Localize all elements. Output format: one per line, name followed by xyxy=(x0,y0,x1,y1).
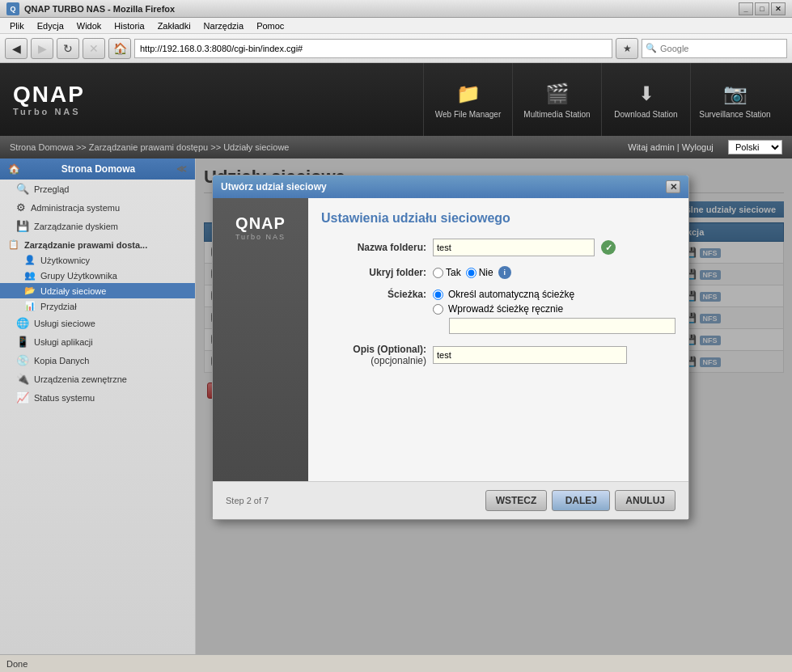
sidebar-item-przeglad[interactable]: 🔍 Przegląd xyxy=(0,180,195,198)
path-label: Ścieżka: xyxy=(321,289,426,300)
path-auto-label: Określ automatyczną ścieżkę xyxy=(448,289,574,300)
bookmarks-button[interactable]: ★ xyxy=(616,38,638,59)
status-text: Done xyxy=(6,659,28,669)
zarzadzanie-label: Zarządzanie prawami dosta... xyxy=(24,240,147,250)
menu-narzedzia[interactable]: Narzędzia xyxy=(197,18,251,33)
uslugi-app-icon: 📱 xyxy=(16,336,29,348)
sidebar-item-uslugi-siec[interactable]: 🌐 Usługi sieciowe xyxy=(0,314,195,332)
path-input[interactable] xyxy=(449,318,676,334)
reload-button[interactable]: ↻ xyxy=(57,38,79,59)
browser-icon: Q xyxy=(6,2,19,15)
path-auto-radio[interactable] xyxy=(433,290,443,300)
home-button[interactable]: 🏠 xyxy=(108,38,131,59)
multimedia-station-label: Multimedia Station xyxy=(523,110,590,119)
przeglad-label: Przegląd xyxy=(34,184,69,194)
breadcrumb: Strona Domowa >> Zarządzanie prawami dos… xyxy=(10,142,628,152)
dialog-footer: Step 2 of 7 WSTECZ DALEJ ANULUJ xyxy=(213,481,688,519)
status-label: Status systemu xyxy=(34,393,95,403)
window-controls[interactable]: _ □ ✕ xyxy=(739,2,786,15)
path-manual-radio[interactable] xyxy=(433,304,443,315)
przeglad-icon: 🔍 xyxy=(16,183,29,195)
uslugi-siec-label: Usługi sieciowe xyxy=(34,319,95,328)
administracja-icon: ⚙ xyxy=(16,201,26,213)
menu-widok[interactable]: Widok xyxy=(70,18,108,33)
uslugi-siec-icon: 🌐 xyxy=(16,317,29,329)
download-station-button[interactable]: ⬇ Download Station xyxy=(601,63,690,136)
surveillance-station-button[interactable]: 📷 Surveillance Station xyxy=(690,63,779,136)
sub-header: Strona Domowa >> Zarządzanie prawami dos… xyxy=(0,136,792,158)
surveillance-station-label: Surveillance Station xyxy=(699,110,770,119)
browser-title-bar: Q QNAP TURBO NAS - Mozilla Firefox _ □ ✕ xyxy=(0,0,792,18)
menu-pomoc[interactable]: Pomoc xyxy=(250,18,290,33)
url-input[interactable] xyxy=(140,44,607,53)
dialog-content: Ustawienia udziału sieciowego Nazwa fold… xyxy=(308,198,688,481)
menu-historia[interactable]: Historia xyxy=(108,18,150,33)
administracja-label: Administracja systemu xyxy=(31,203,120,213)
menu-edycja[interactable]: Edycja xyxy=(31,18,70,33)
qnap-logo: QNAP Turbo NAS xyxy=(13,83,85,116)
multimedia-station-button[interactable]: 🎬 Multimedia Station xyxy=(512,63,601,136)
dialog-title-bar: Utwórz udział sieciowy ✕ xyxy=(213,175,688,198)
web-file-manager-icon: 📁 xyxy=(452,81,485,107)
sidebar-home-label: Strona Domowa xyxy=(61,163,135,175)
sidebar-item-uzytkownicy[interactable]: 👤 Użytkownicy xyxy=(0,252,195,268)
sidebar-item-zarzadzanie[interactable]: 📋 Zarządzanie prawami dosta... xyxy=(0,235,195,252)
sidebar-item-dysk[interactable]: 💾 Zarządzanie dyskiem xyxy=(0,217,195,235)
back-button[interactable]: WSTECZ xyxy=(485,490,548,511)
hide-tak-option[interactable]: Tak xyxy=(433,267,461,278)
search-box[interactable]: 🔍 xyxy=(642,39,787,58)
info-icon[interactable]: i xyxy=(498,266,511,279)
menu-plik[interactable]: Plik xyxy=(3,18,31,33)
hide-label: Ukryj folder: xyxy=(321,267,426,278)
main-layout: 🏠 Strona Domowa ≪ 🔍 Przegląd ⚙ Administr… xyxy=(0,158,792,654)
hide-tak-radio[interactable] xyxy=(433,268,443,278)
dialog-close-button[interactable]: ✕ xyxy=(666,180,680,193)
web-file-manager-button[interactable]: 📁 Web File Manager xyxy=(423,63,512,136)
folder-name-input[interactable] xyxy=(433,239,595,256)
web-file-manager-label: Web File Manager xyxy=(435,110,502,119)
zarzadzanie-icon: 📋 xyxy=(8,239,19,250)
status-bar: Done xyxy=(0,654,792,672)
sidebar-item-kopia[interactable]: 💿 Kopia Danych xyxy=(0,351,195,370)
back-button[interactable]: ◀ xyxy=(5,38,28,59)
next-button[interactable]: DALEJ xyxy=(552,490,610,511)
cancel-button[interactable]: ANULUJ xyxy=(615,490,676,511)
address-bar[interactable] xyxy=(134,39,612,58)
uzytkownicy-label: Użytkownicy xyxy=(40,256,90,265)
sidebar-item-udzialy[interactable]: 📂 Udziały sieciowe xyxy=(0,283,195,298)
maximize-button[interactable]: □ xyxy=(755,2,769,15)
search-icon: 🔍 xyxy=(646,43,657,53)
sidebar-item-administracja[interactable]: ⚙ Administracja systemu xyxy=(0,198,195,217)
sidebar-item-uslugi-app[interactable]: 📱 Usługi aplikacji xyxy=(0,332,195,351)
hide-nie-option[interactable]: Nie xyxy=(466,267,493,278)
forward-button[interactable]: ▶ xyxy=(31,38,53,59)
stop-button[interactable]: ✕ xyxy=(83,38,105,59)
desc-row: Opis (Optional): (opcjonalnie) xyxy=(321,344,676,366)
download-station-label: Download Station xyxy=(614,110,677,119)
hide-tak-label: Tak xyxy=(446,267,461,278)
sidebar-item-urzadzenia[interactable]: 🔌 Urządzenia zewnętrzne xyxy=(0,370,195,388)
close-window-button[interactable]: ✕ xyxy=(771,2,786,15)
sidebar-item-grupy[interactable]: 👥 Grupy Użytkownika xyxy=(0,268,195,283)
dysk-icon: 💾 xyxy=(16,220,29,232)
menu-zakladki[interactable]: Zakładki xyxy=(151,18,197,33)
minimize-button[interactable]: _ xyxy=(739,2,753,15)
create-share-dialog: Utwórz udział sieciowy ✕ QNAP Turbo NAS … xyxy=(212,175,689,520)
udzialy-icon: 📂 xyxy=(24,285,36,296)
sidebar-item-status[interactable]: 📈 Status systemu xyxy=(0,388,195,407)
status-icon: 📈 xyxy=(16,391,29,404)
content-area: Udziały sieciowe yślne udziały sieciowe xyxy=(196,158,792,654)
dialog-body: QNAP Turbo NAS Ustawienia udziału siecio… xyxy=(213,198,688,481)
przydzia-icon: 📊 xyxy=(24,301,36,311)
przydzia-label: Przydział xyxy=(40,302,77,311)
sidebar-collapse-icon[interactable]: ≪ xyxy=(176,163,187,175)
surveillance-station-icon: 📷 xyxy=(719,81,752,107)
path-row: Ścieżka: Określ automatyczną ścieżkę Wpr… xyxy=(321,289,676,334)
desc-input[interactable] xyxy=(433,346,627,364)
search-input[interactable] xyxy=(660,44,783,53)
multimedia-station-icon: 🎬 xyxy=(541,81,574,107)
sidebar-item-przydzia[interactable]: 📊 Przydział xyxy=(0,298,195,314)
hide-nie-radio[interactable] xyxy=(466,268,476,278)
language-select[interactable]: Polski English xyxy=(728,140,782,154)
grupy-icon: 👥 xyxy=(24,270,36,281)
